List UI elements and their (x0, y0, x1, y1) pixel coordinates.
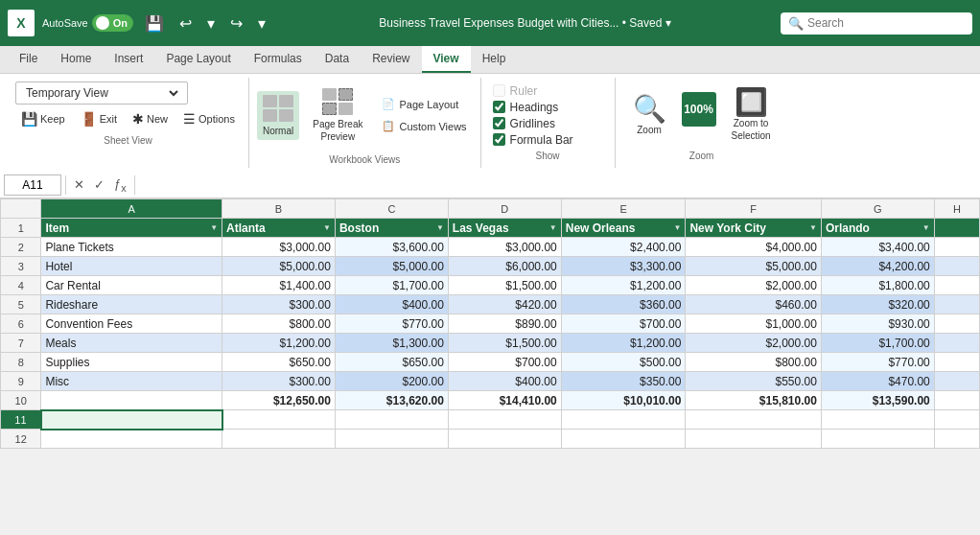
formula-bar-checkbox[interactable] (493, 133, 505, 146)
cell-c3[interactable]: $5,000.00 (335, 257, 448, 276)
cell-g7[interactable]: $1,700.00 (821, 334, 934, 353)
tab-file[interactable]: File (8, 46, 49, 73)
cell-e2[interactable]: $2,400.00 (561, 238, 686, 257)
insert-function-btn[interactable]: ƒx (110, 174, 130, 196)
filter-arrow-d1[interactable]: ▼ (549, 223, 557, 232)
cell-b8[interactable]: $650.00 (222, 353, 336, 372)
search-input[interactable] (807, 16, 965, 30)
cell-b7[interactable]: $1,200.00 (222, 334, 336, 353)
sheet-view-options-btn[interactable]: ☰ Options (177, 108, 241, 129)
col-header-a[interactable]: A (41, 199, 222, 219)
cell-b5[interactable]: $300.00 (222, 295, 336, 314)
cell-d9[interactable]: $400.00 (448, 372, 561, 391)
cell-h4[interactable] (934, 276, 979, 295)
cell-d11[interactable] (448, 410, 561, 430)
filter-arrow-c1[interactable]: ▼ (436, 223, 444, 232)
sheet-view-keep-btn[interactable]: 💾 Keep (15, 108, 71, 129)
cell-a1[interactable]: Item ▼ (41, 219, 222, 238)
cell-g11[interactable] (821, 410, 934, 430)
cell-a7[interactable]: Meals (41, 334, 222, 353)
cell-h10[interactable] (934, 391, 979, 410)
cell-f11[interactable] (686, 410, 821, 430)
expand-formula-btn[interactable]: ✕ (70, 174, 88, 196)
cell-g9[interactable]: $470.00 (821, 372, 934, 391)
cell-f9[interactable]: $550.00 (686, 372, 821, 391)
cell-g12[interactable] (821, 430, 934, 449)
cell-a6[interactable]: Convention Fees (41, 314, 222, 334)
cell-d1[interactable]: Las Vegas ▼ (448, 219, 561, 238)
cell-e3[interactable]: $3,300.00 (561, 257, 686, 276)
cell-a3[interactable]: Hotel (41, 257, 222, 276)
col-header-b[interactable]: B (222, 199, 336, 219)
cell-c4[interactable]: $1,700.00 (335, 276, 448, 295)
cell-g3[interactable]: $4,200.00 (821, 257, 934, 276)
cell-f10[interactable]: $15,810.00 (686, 391, 821, 410)
sheet-view-exit-btn[interactable]: 🚪 Exit (75, 108, 123, 129)
sheet-view-select[interactable]: Temporary View (22, 85, 181, 101)
sheet-view-dropdown[interactable]: Temporary View (15, 81, 188, 105)
cell-f6[interactable]: $1,000.00 (686, 314, 821, 334)
cell-g4[interactable]: $1,800.00 (821, 276, 934, 295)
cell-h3[interactable] (934, 257, 979, 276)
cell-f5[interactable]: $460.00 (686, 295, 821, 314)
cell-e1[interactable]: New Orleans ▼ (561, 219, 686, 238)
cell-f12[interactable] (686, 430, 821, 449)
quick-access-btn[interactable]: ▾ (254, 12, 269, 35)
cell-c1[interactable]: Boston ▼ (335, 219, 448, 238)
ruler-checkbox[interactable] (493, 84, 505, 97)
cell-h6[interactable] (934, 314, 979, 334)
cell-h1[interactable] (934, 219, 979, 238)
sheet-view-new-btn[interactable]: ✱ New (127, 108, 174, 129)
cell-a4[interactable]: Car Rental (41, 276, 222, 295)
cell-b4[interactable]: $1,400.00 (222, 276, 336, 295)
cell-a2[interactable]: Plane Tickets (41, 238, 222, 257)
tab-help[interactable]: Help (471, 46, 518, 73)
cell-g10[interactable]: $13,590.00 (821, 391, 934, 410)
cell-f4[interactable]: $2,000.00 (686, 276, 821, 295)
tab-data[interactable]: Data (314, 46, 361, 73)
cell-e10[interactable]: $10,010.00 (561, 391, 686, 410)
filter-arrow-f1[interactable]: ▼ (809, 223, 817, 232)
filter-arrow-g1[interactable]: ▼ (922, 223, 930, 232)
col-header-e[interactable]: E (561, 199, 686, 219)
page-break-view-btn[interactable]: Page Break Preview (307, 84, 368, 146)
headings-label[interactable]: Headings (510, 101, 559, 114)
save-icon-btn[interactable]: 💾 (141, 12, 168, 35)
filter-arrow-b1[interactable]: ▼ (323, 223, 331, 232)
cell-d7[interactable]: $1,500.00 (448, 334, 561, 353)
cell-f3[interactable]: $5,000.00 (686, 257, 821, 276)
formula-bar-label[interactable]: Formula Bar (510, 133, 573, 147)
cell-b9[interactable]: $300.00 (222, 372, 336, 391)
cell-b11[interactable] (222, 410, 336, 430)
undo-dropdown-btn[interactable]: ▾ (203, 12, 219, 35)
cell-h5[interactable] (934, 295, 979, 314)
undo-btn[interactable]: ↩ (175, 12, 196, 35)
gridlines-checkbox[interactable] (493, 117, 505, 129)
col-header-f[interactable]: F (686, 199, 821, 219)
cell-b2[interactable]: $3,000.00 (222, 238, 336, 257)
custom-views-btn[interactable]: 📋 Custom Views (376, 117, 472, 135)
cell-h9[interactable] (934, 372, 979, 391)
cell-c10[interactable]: $13,620.00 (335, 391, 448, 410)
cell-h7[interactable] (934, 334, 979, 353)
cell-a5[interactable]: Rideshare (41, 295, 222, 314)
cell-d3[interactable]: $6,000.00 (448, 257, 561, 276)
cell-b1[interactable]: Atlanta ▼ (222, 219, 336, 238)
cell-e7[interactable]: $1,200.00 (561, 334, 686, 353)
zoom-btn[interactable]: 🔍 Zoom (627, 92, 672, 139)
cell-d10[interactable]: $14,410.00 (448, 391, 561, 410)
cell-a12[interactable] (41, 430, 222, 449)
cell-a11[interactable] (41, 410, 222, 430)
normal-view-btn[interactable]: Normal (257, 91, 299, 140)
cell-h11[interactable] (934, 410, 979, 430)
cell-b12[interactable] (222, 430, 336, 449)
zoom-100-btn[interactable]: 100% (676, 88, 722, 143)
tab-home[interactable]: Home (49, 46, 103, 73)
cell-g2[interactable]: $3,400.00 (821, 238, 934, 257)
cell-a10[interactable] (41, 391, 222, 410)
page-layout-btn[interactable]: 📄 Page Layout (376, 95, 464, 113)
tab-formulas[interactable]: Formulas (243, 46, 314, 73)
cell-c9[interactable]: $200.00 (335, 372, 448, 391)
filter-arrow-a1[interactable]: ▼ (210, 223, 218, 232)
cell-f8[interactable]: $800.00 (686, 353, 821, 372)
